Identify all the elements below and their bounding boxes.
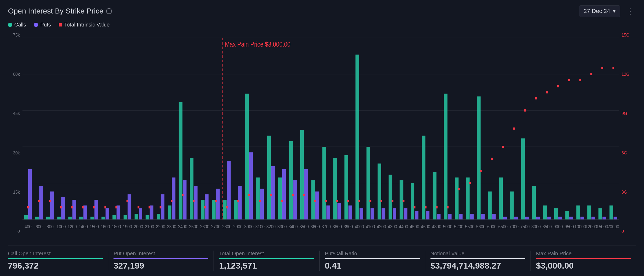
- stat-label-5: Max Pain Price: [536, 251, 631, 257]
- svg-rect-131: [477, 96, 481, 219]
- svg-rect-61: [215, 200, 217, 202]
- svg-rect-23: [79, 217, 83, 220]
- svg-rect-104: [378, 163, 381, 219]
- calls-label: Calls: [14, 22, 26, 28]
- svg-rect-109: [392, 200, 393, 202]
- svg-rect-92: [333, 158, 337, 219]
- chevron-down-icon: ▾: [613, 8, 616, 15]
- y-axis-left: 75k 60k 45k 30k 15k 0: [8, 32, 22, 244]
- svg-rect-58: [204, 206, 206, 208]
- svg-rect-103: [369, 200, 371, 202]
- svg-rect-156: [569, 217, 573, 220]
- svg-rect-124: [447, 206, 449, 208]
- svg-text:600: 600: [35, 224, 42, 229]
- svg-rect-145: [524, 109, 526, 112]
- header: Open Interest By Strike Price i 27 Dec 2…: [8, 5, 636, 17]
- svg-text:9000: 9000: [554, 224, 563, 229]
- svg-rect-141: [514, 217, 518, 220]
- svg-rect-162: [591, 217, 595, 220]
- page-title: Open Interest By Strike Price: [8, 7, 103, 15]
- svg-rect-100: [359, 200, 360, 202]
- svg-rect-136: [491, 158, 493, 160]
- svg-rect-150: [547, 217, 551, 220]
- svg-rect-11: [35, 217, 39, 220]
- svg-rect-28: [93, 206, 95, 208]
- stat-underline-0: [8, 258, 103, 259]
- stats-row: Call Open Interest 796,372 Put Open Inte…: [8, 246, 636, 271]
- svg-rect-121: [436, 206, 438, 208]
- svg-rect-26: [90, 217, 94, 220]
- svg-rect-10: [27, 206, 29, 208]
- calls-dot: [8, 23, 12, 27]
- svg-rect-41: [146, 215, 149, 220]
- chart-inner: Max Pain Price $3,000.004006008001000120…: [22, 32, 619, 244]
- svg-rect-29: [101, 217, 105, 220]
- svg-rect-43: [149, 206, 151, 208]
- svg-text:2500: 2500: [189, 224, 198, 229]
- svg-rect-110: [400, 180, 403, 220]
- stat-label-0: Call Open Interest: [8, 251, 103, 257]
- more-options-button[interactable]: ⋮: [624, 6, 636, 17]
- svg-text:3400: 3400: [288, 224, 298, 229]
- svg-text:4300: 4300: [388, 224, 397, 229]
- svg-rect-79: [281, 200, 283, 202]
- svg-rect-39: [139, 208, 142, 219]
- svg-rect-64: [226, 206, 228, 208]
- svg-text:8500: 8500: [542, 224, 552, 229]
- svg-rect-87: [315, 192, 319, 220]
- svg-rect-146: [532, 186, 536, 220]
- svg-rect-19: [60, 206, 62, 208]
- svg-text:5000: 5000: [443, 224, 452, 229]
- svg-text:5600: 5600: [476, 224, 486, 229]
- stat-item-2: Total Open Interest 1,123,571: [214, 251, 319, 271]
- svg-rect-113: [411, 183, 414, 219]
- stat-value-0: 796,372: [8, 261, 103, 271]
- svg-text:2300: 2300: [167, 224, 176, 229]
- svg-rect-54: [194, 186, 198, 220]
- legend-calls: Calls: [8, 22, 26, 28]
- svg-rect-158: [576, 206, 580, 220]
- svg-text:3300: 3300: [277, 224, 287, 229]
- svg-rect-63: [227, 161, 231, 220]
- stat-underline-4: [430, 258, 525, 259]
- svg-text:3500: 3500: [300, 224, 309, 229]
- stat-item-4: Notional Value $3,794,714,988.27: [425, 251, 530, 271]
- info-icon[interactable]: i: [106, 8, 112, 14]
- svg-rect-35: [124, 215, 127, 220]
- svg-text:Max Pain Price $3,000.00: Max Pain Price $3,000.00: [225, 40, 291, 48]
- date-label: 27 Dec 24: [584, 8, 610, 15]
- svg-rect-127: [458, 188, 460, 190]
- svg-rect-135: [492, 214, 496, 219]
- svg-rect-14: [46, 217, 50, 220]
- svg-rect-20: [68, 217, 72, 220]
- svg-rect-132: [481, 214, 485, 219]
- svg-rect-126: [459, 214, 462, 219]
- svg-rect-144: [525, 217, 529, 220]
- svg-text:10000: 10000: [574, 224, 586, 229]
- svg-rect-68: [245, 94, 249, 220]
- svg-rect-82: [292, 194, 294, 196]
- svg-text:6000: 6000: [487, 224, 496, 229]
- svg-text:6500: 6500: [498, 224, 507, 229]
- svg-rect-36: [128, 194, 131, 219]
- date-selector[interactable]: 27 Dec 24 ▾: [579, 5, 620, 17]
- svg-text:4600: 4600: [421, 224, 430, 229]
- svg-text:3700: 3700: [321, 224, 331, 229]
- svg-rect-27: [94, 200, 98, 220]
- stat-label-2: Total Open Interest: [219, 251, 314, 257]
- svg-rect-88: [314, 200, 316, 202]
- stat-item-5: Max Pain Price $3,000.00: [530, 251, 636, 271]
- svg-rect-31: [105, 206, 106, 208]
- svg-text:1000: 1000: [57, 224, 66, 229]
- svg-rect-90: [326, 206, 330, 220]
- svg-rect-138: [503, 217, 507, 220]
- svg-text:1900: 1900: [123, 224, 132, 229]
- svg-rect-147: [536, 217, 540, 220]
- svg-rect-143: [521, 138, 525, 219]
- svg-text:1600: 1600: [101, 224, 110, 229]
- svg-rect-137: [499, 177, 503, 219]
- intrinsic-label: Total Intrinsic Value: [64, 22, 110, 28]
- svg-text:4400: 4400: [399, 224, 408, 229]
- svg-rect-38: [135, 214, 138, 219]
- svg-text:1800: 1800: [112, 224, 121, 229]
